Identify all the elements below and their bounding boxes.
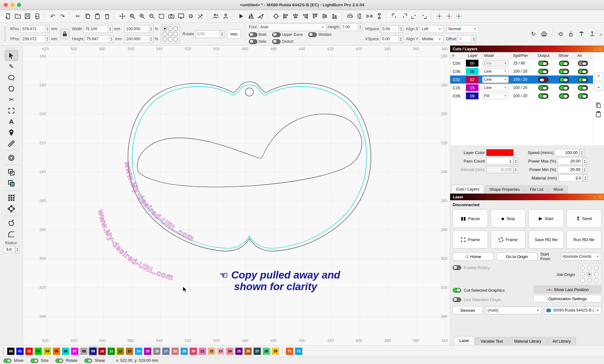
move-layer-down-button[interactable]: ⌄ bbox=[594, 82, 603, 91]
palette-color-28[interactable]: 28 bbox=[263, 348, 270, 355]
layer-color-badge[interactable]: 02 bbox=[466, 76, 478, 83]
palette-color-04[interactable]: 04 bbox=[44, 348, 51, 355]
boolean-union-tool[interactable] bbox=[5, 167, 18, 178]
float-panel-icon[interactable]: ◱ bbox=[594, 47, 597, 51]
send-button[interactable]: ↥Send bbox=[567, 209, 602, 228]
palette-color-24[interactable]: 24 bbox=[226, 348, 233, 355]
tab-laser[interactable]: Laser bbox=[454, 336, 474, 345]
align-top-icon[interactable] bbox=[310, 12, 320, 21]
size-anchor-grid[interactable] bbox=[161, 25, 180, 44]
layer-color-badge[interactable]: 00 bbox=[466, 60, 478, 67]
layer-air-toggle[interactable] bbox=[578, 93, 588, 99]
use-selection-origin-toggle[interactable] bbox=[453, 297, 461, 302]
boolean-subtract-tool[interactable] bbox=[5, 178, 18, 189]
zoom-out-icon[interactable] bbox=[147, 12, 157, 21]
palette-color-16[interactable]: 16 bbox=[153, 348, 160, 355]
mirror-h-icon[interactable] bbox=[246, 12, 256, 21]
print-cut-icon[interactable] bbox=[540, 29, 548, 39]
new-file-icon[interactable] bbox=[3, 12, 13, 21]
center-vertical-icon[interactable] bbox=[454, 12, 464, 21]
corner-lower-right-icon[interactable] bbox=[419, 12, 429, 21]
italic-toggle[interactable] bbox=[249, 39, 257, 44]
rotate-field[interactable]: ▲▼ bbox=[195, 30, 225, 38]
goto-origin-button[interactable]: Go to Origin bbox=[496, 252, 537, 261]
ypos-field[interactable]: ▲▼ bbox=[20, 35, 50, 43]
cut-selected-toggle[interactable] bbox=[453, 288, 461, 293]
layer-output-toggle[interactable] bbox=[538, 77, 548, 82]
tab-variable-text[interactable]: Variable Text bbox=[475, 337, 508, 345]
frame-selection-icon[interactable] bbox=[157, 12, 166, 21]
apply-path-tool[interactable] bbox=[5, 218, 18, 229]
select-tool[interactable] bbox=[5, 50, 18, 61]
palette-color-23[interactable]: 23 bbox=[217, 348, 224, 355]
undo-icon[interactable]: ↶ bbox=[48, 12, 58, 21]
uppercase-toggle[interactable] bbox=[272, 32, 281, 37]
ellipse-tool[interactable] bbox=[5, 72, 18, 83]
alignx-select[interactable]: Left▼ bbox=[420, 25, 444, 33]
cuts-layers-header[interactable]: Cuts / Layers ◱⊠ bbox=[450, 46, 604, 52]
node-extend-v-icon[interactable] bbox=[567, 29, 575, 39]
corner-upper-right-icon[interactable] bbox=[400, 12, 409, 21]
corner-upper-left-icon[interactable] bbox=[390, 12, 400, 21]
distribute-v-icon[interactable] bbox=[374, 12, 384, 21]
palette-color-25[interactable]: 25 bbox=[235, 348, 243, 355]
palette-color-17[interactable]: 17 bbox=[162, 348, 170, 355]
layer-mode-select[interactable]: Line▼ bbox=[482, 68, 509, 75]
zoom-in-icon[interactable] bbox=[137, 12, 147, 21]
float-laser-panel-icon[interactable]: ◱ bbox=[594, 195, 597, 199]
device-select[interactable]: MX80-Ruida 6442S-B (E▼ bbox=[544, 306, 601, 314]
redo-icon[interactable]: ↷ bbox=[58, 12, 67, 21]
palette-color-T2[interactable]: T2 bbox=[295, 348, 302, 355]
tee-up-icon[interactable] bbox=[578, 29, 586, 39]
frame-rect-button[interactable]: Frame bbox=[453, 230, 488, 249]
layer-show-toggle[interactable] bbox=[559, 85, 569, 91]
interval-field[interactable]: 0.100▲▼ bbox=[486, 166, 518, 173]
aligny-select[interactable]: Middle▼ bbox=[420, 35, 444, 43]
text-tool[interactable]: A bbox=[5, 116, 18, 127]
shear-toggle[interactable] bbox=[84, 358, 92, 363]
size-toggle[interactable] bbox=[31, 358, 38, 363]
layer-mode-select[interactable]: Line▼ bbox=[482, 60, 509, 67]
layer-air-toggle[interactable] bbox=[578, 85, 588, 91]
palette-color-08[interactable]: 08 bbox=[80, 348, 87, 355]
zoom-all-icon[interactable] bbox=[127, 12, 137, 21]
align-center-h-icon[interactable] bbox=[291, 12, 300, 21]
cut-icon[interactable]: ✂ bbox=[73, 12, 83, 21]
save-rd-file-button[interactable]: Save RD file bbox=[528, 230, 564, 249]
layer-show-toggle[interactable] bbox=[559, 93, 569, 99]
palette-color-18[interactable]: 18 bbox=[171, 348, 179, 355]
layer-show-toggle[interactable] bbox=[559, 77, 569, 82]
tab-file-list[interactable]: File List bbox=[525, 185, 548, 193]
weld-icon[interactable] bbox=[236, 12, 246, 21]
width-field[interactable]: ▲▼ bbox=[83, 25, 113, 33]
camera-icon[interactable] bbox=[166, 12, 176, 21]
layer-row[interactable]: C06 06 Line▼ 100 / 20 bbox=[450, 67, 593, 75]
radius-field[interactable]: ▲▼ bbox=[3, 246, 20, 253]
layer-color-badge[interactable]: 09 bbox=[466, 92, 478, 99]
open-file-icon[interactable] bbox=[13, 12, 23, 21]
font-height-field[interactable]: ▲▼ bbox=[340, 23, 363, 31]
layer-mode-select[interactable]: Fill▼ bbox=[482, 93, 509, 99]
height-percent-field[interactable]: ▲▼ bbox=[124, 35, 154, 43]
align-left-icon[interactable] bbox=[281, 12, 291, 21]
text-style-select[interactable]: Normal▼ bbox=[446, 25, 479, 33]
palette-color-13[interactable]: 13 bbox=[126, 348, 133, 355]
home-button[interactable]: ⌂Home bbox=[453, 252, 494, 261]
sync-cut-icon[interactable]: ↻ bbox=[529, 29, 538, 39]
pause-button[interactable]: ▮▮Pause bbox=[453, 209, 488, 228]
layer-row-selected[interactable]: C02 02 Line▼ 100 / 20 bbox=[450, 75, 593, 84]
layer-air-toggle[interactable] bbox=[578, 69, 588, 74]
align-right-icon[interactable] bbox=[300, 12, 310, 21]
close-laser-panel-icon[interactable]: ⊠ bbox=[598, 195, 601, 199]
start-button[interactable]: ▶Start bbox=[528, 209, 564, 228]
layer-output-toggle[interactable] bbox=[538, 69, 548, 74]
ungroup-icon[interactable] bbox=[221, 12, 231, 21]
xpos-field[interactable]: ▲▼ bbox=[20, 25, 50, 33]
palette-color-07[interactable]: 07 bbox=[71, 348, 78, 355]
palette-color-15[interactable]: 15 bbox=[144, 348, 151, 355]
maximize-window-button[interactable] bbox=[17, 3, 21, 7]
tab-move[interactable]: Move bbox=[549, 185, 568, 193]
focus-position-icon[interactable] bbox=[271, 12, 281, 21]
layer-air-toggle[interactable] bbox=[578, 77, 588, 82]
palette-color-00[interactable]: 00 bbox=[7, 348, 14, 355]
